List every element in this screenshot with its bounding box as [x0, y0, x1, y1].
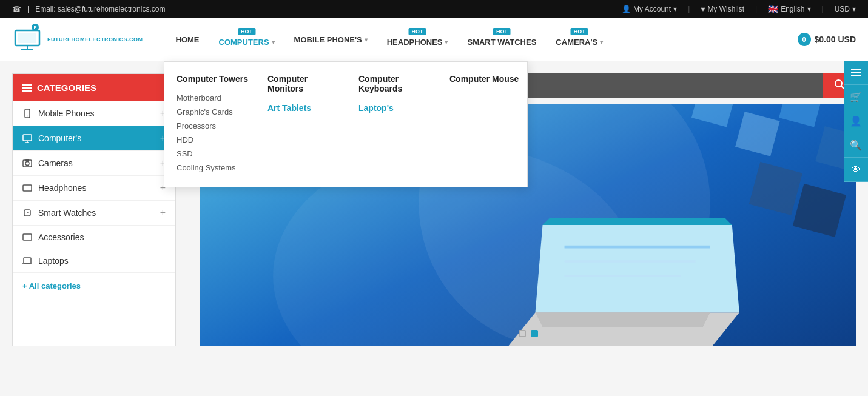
svg-rect-8 [23, 135, 32, 141]
computers-dropdown: Computer Towers Motherboard Graphic's Ca… [164, 61, 528, 187]
sidebar-item-headphones[interactable]: Headphones + [13, 176, 175, 201]
nav-headphones[interactable]: HOT HEADPHONES ▾ [378, 28, 457, 52]
my-account-link[interactable]: 👤 My Account ▾ [622, 5, 677, 13]
watch-icon [22, 208, 32, 218]
sidebar-item-mobile-phones[interactable]: Mobile Phones + [13, 101, 175, 126]
hamburger-icon [22, 84, 32, 92]
dropdown-motherboard[interactable]: Motherboard [177, 91, 249, 105]
sidebar-item-smart-watches[interactable]: Smart Watches + [13, 201, 175, 226]
currency-link[interactable]: USD ▾ [835, 5, 856, 13]
dropdown-processors[interactable]: Processors [177, 119, 249, 133]
phone-icon: ☎ [12, 5, 21, 13]
svg-marker-34 [543, 218, 732, 225]
cameras-arrow: ▾ [600, 39, 603, 45]
col-keyboards-header: Computer Keyboards [358, 74, 431, 93]
nav-smart-watches[interactable]: HOT SMART WATCHES [459, 28, 545, 52]
account-icon: 👤 [622, 5, 631, 13]
heart-icon: ♥ [701, 5, 705, 13]
cart-badge: 0 [798, 33, 811, 46]
top-bar: ☎ | Email: sales@futurehomelectronics.co… [0, 0, 868, 18]
sidebar-eye-icon[interactable]: 👁 [844, 158, 868, 182]
sep3: | [822, 5, 824, 13]
dropdown-art-tablets[interactable]: Art Tablets [267, 101, 340, 115]
dropdown-hdd[interactable]: HDD [177, 133, 249, 147]
all-categories-link[interactable]: + All categories [13, 273, 175, 299]
headphones-icon [22, 183, 32, 193]
camera-icon [22, 158, 32, 168]
logo-icon: F [12, 24, 42, 55]
mobile-arrow: ▾ [365, 36, 368, 43]
sidebar-account-icon[interactable]: 👤 [844, 109, 868, 133]
dropdown-col-mouse: Computer Mouse [449, 74, 522, 175]
nav-home[interactable]: HOME [167, 30, 208, 49]
sidebar-cart-icon[interactable]: 🛒 [844, 85, 868, 109]
sidebar-search-icon[interactable]: 🔍 [844, 133, 868, 158]
categories-title: CATEGORIES [37, 82, 96, 93]
separator: | [27, 5, 29, 13]
nav-mobile-phones[interactable]: MOBILE PHONE'S ▾ [286, 30, 376, 49]
logo-text: FUTUREHOMELECTRONICS.COM [47, 36, 143, 42]
dropdown-col-towers: Computer Towers Motherboard Graphic's Ca… [177, 74, 249, 175]
accessories-icon [22, 232, 32, 242]
dropdown-col-keyboards: Computer Keyboards Laptop's [358, 74, 431, 175]
col-monitors-header: Computer Monitors [267, 74, 340, 93]
hot-badge-headphones: HOT [409, 28, 426, 35]
hot-badge-computers: HOT [238, 28, 255, 35]
wishlist-link[interactable]: ♥ My Wishlist [701, 5, 744, 13]
computers-arrow: ▾ [272, 39, 275, 45]
dot-2[interactable] [531, 330, 538, 337]
right-sidebar: 🛒 👤 🔍 👁 [844, 61, 868, 182]
headphones-arrow: ▾ [445, 39, 448, 45]
sidebar-item-computers[interactable]: Computer's + [13, 126, 175, 151]
email-label: Email: sales@futurehomelectronics.com [35, 5, 165, 13]
dropdown-cooling-systems[interactable]: Cooling Systems [177, 161, 249, 175]
cart-area[interactable]: 0 $0.00 USD [798, 33, 856, 46]
sidebar-item-cameras[interactable]: Cameras + [13, 151, 175, 176]
categories-sidebar: CATEGORIES Mobile Phones + Compute [12, 73, 176, 346]
flag-icon: 🇬🇧 [768, 4, 778, 14]
svg-rect-14 [23, 185, 32, 191]
main-content: CATEGORIES Mobile Phones + Compute [0, 61, 868, 358]
categories-header: CATEGORIES [13, 74, 175, 101]
sep2: | [755, 5, 757, 13]
svg-point-12 [25, 162, 29, 166]
svg-marker-35 [536, 312, 710, 327]
svg-rect-1 [18, 33, 36, 43]
main-nav: HOME HOT COMPUTERS ▾ MOBILE PHONE'S ▾ HO… [167, 28, 786, 52]
language-link[interactable]: 🇬🇧 English ▾ [768, 4, 810, 14]
header: F FUTUREHOMELECTRONICS.COM HOME HOT COMP… [0, 18, 868, 61]
sidebar-item-laptops[interactable]: Laptops [13, 249, 175, 273]
svg-point-7 [27, 116, 28, 117]
dropdown-col-monitors: Computer Monitors Art Tablets [267, 74, 340, 175]
svg-text:F: F [34, 25, 37, 30]
svg-rect-19 [24, 258, 31, 263]
logo[interactable]: F FUTUREHOMELECTRONICS.COM [12, 24, 143, 55]
dot-1[interactable] [519, 330, 526, 337]
sep1: | [688, 5, 690, 13]
svg-rect-13 [25, 159, 29, 161]
dropdown-ssd[interactable]: SSD [177, 147, 249, 161]
nav-cameras[interactable]: HOT CAMERA'S ▾ [547, 28, 611, 52]
hot-badge-watches: HOT [493, 28, 511, 35]
mobile-icon [22, 109, 32, 118]
svg-rect-18 [23, 234, 32, 240]
nav-computers[interactable]: HOT COMPUTERS ▾ [210, 28, 283, 52]
sidebar-menu-icon[interactable] [844, 61, 868, 85]
sidebar-item-accessories[interactable]: Accessories [13, 226, 175, 249]
svg-rect-11 [23, 160, 32, 167]
dropdown-laptops[interactable]: Laptop's [358, 101, 431, 115]
pagination-dots [519, 330, 538, 337]
col-towers-header: Computer Towers [177, 74, 249, 84]
dropdown-graphics-cards[interactable]: Graphic's Cards [177, 105, 249, 119]
hot-badge-cameras: HOT [571, 28, 588, 35]
col-mouse-header: Computer Mouse [449, 74, 522, 84]
laptop-icon [22, 256, 32, 266]
svg-marker-33 [536, 225, 739, 312]
cart-price: $0.00 USD [815, 35, 856, 44]
computer-icon-active [22, 133, 32, 143]
